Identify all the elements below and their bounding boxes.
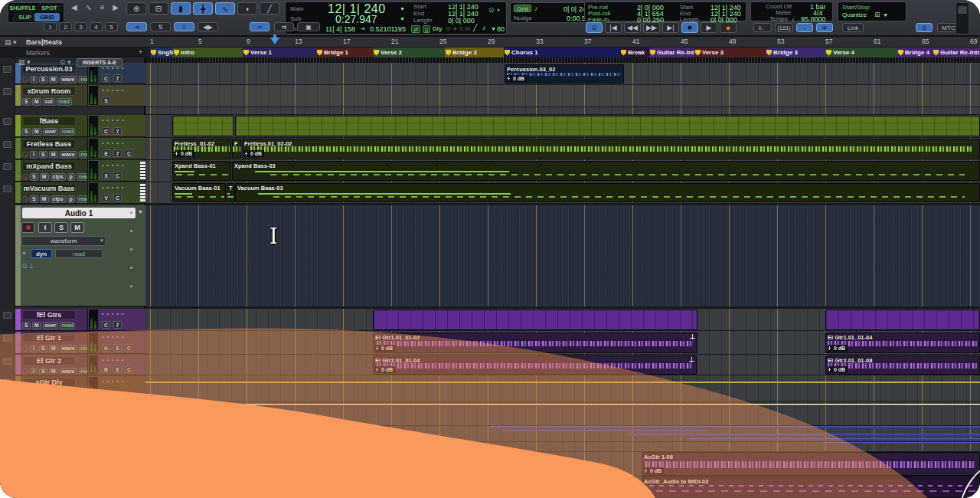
pencil-mode-icon[interactable]: ╱ xyxy=(473,24,477,31)
note-value-icon[interactable]: ♪ xyxy=(482,24,486,31)
zoom-preset-2[interactable]: 2 xyxy=(59,22,72,31)
track-header-mvacuum-baas[interactable]: mVacuum BaasSMclpspread•••••VC xyxy=(15,182,145,204)
edit-mode-grid[interactable]: GRID xyxy=(34,13,60,21)
marker-bridge-4[interactable]: Bridge 4 xyxy=(897,48,933,57)
track-view-selector[interactable]: vol xyxy=(43,98,55,106)
mute-button[interactable]: M xyxy=(32,98,41,106)
grid-note-icon[interactable]: ♪ xyxy=(534,5,538,12)
solo-button[interactable]: S xyxy=(39,151,47,159)
marker-sngstr[interactable]: SngStr xyxy=(150,48,173,57)
record-enable-button[interactable] xyxy=(22,77,28,83)
record-button[interactable]: ● xyxy=(720,22,737,33)
add-marker-button[interactable]: + xyxy=(139,48,142,56)
sub-counter-value[interactable]: 0:27.947 xyxy=(335,13,377,25)
workspace-icons[interactable]: ⊙ ⟂ xyxy=(21,262,34,270)
track-header-fretless-bass[interactable]: Fretless BassISMwaveread•••••E7C xyxy=(15,138,145,159)
tempo-ramp-button[interactable]: → xyxy=(796,23,813,32)
trim-tool[interactable]: ⊟ xyxy=(149,2,168,15)
bars-beats-ruler[interactable]: ▤ ▾ Bars|Beats 1591317212529333741454953… xyxy=(0,37,980,48)
return-to-zero-button[interactable]: |◀ xyxy=(605,22,622,33)
solo-button[interactable]: S xyxy=(22,98,31,106)
track-header-el-gtr-2[interactable]: El Gtr 2ISMwaveread•••••BEC xyxy=(15,355,145,375)
link-timeline-edit[interactable]: ∞ xyxy=(250,22,270,31)
edit-insertion-icon[interactable]: ▯ xyxy=(423,25,430,33)
play-button[interactable]: ▶ xyxy=(701,22,717,33)
clip-gain-badge[interactable]: 0 dB xyxy=(175,150,194,157)
track-view-selector[interactable]: over xyxy=(43,322,59,329)
track-view-selector[interactable]: wave xyxy=(60,345,77,352)
marker-bridge-1[interactable]: Bridge 1 xyxy=(316,48,373,57)
marker-verse-4[interactable]: Verse 4 xyxy=(825,48,897,57)
playhead-marker[interactable] xyxy=(270,38,279,44)
marker-guitar-re-intro[interactable]: Guitar Re-Intro xyxy=(649,48,694,57)
track-view-selector[interactable]: waveform xyxy=(21,236,106,246)
clip-el-gtr1-01-01-02[interactable]: El Gtr1.01_01-020 dB xyxy=(373,333,697,353)
toolbar-zoom-slider[interactable] xyxy=(956,2,969,34)
quantize-grid-icon[interactable]: ⊞ xyxy=(874,11,880,18)
solo-button[interactable]: S xyxy=(39,345,47,352)
clip-percussion-03-02[interactable]: Percussion.03_020 dB xyxy=(505,64,624,84)
track-side-icon[interactable] xyxy=(3,118,11,125)
io-chip-c[interactable]: C xyxy=(102,127,110,135)
clip-fp[interactable] xyxy=(373,310,697,330)
record-enable-button[interactable] xyxy=(22,174,28,180)
link-button[interactable]: Link xyxy=(842,23,864,32)
count-in-button[interactable]: (1Δ1) xyxy=(775,23,793,32)
marker-break[interactable]: Break xyxy=(620,48,649,57)
io-chip-e[interactable]: E xyxy=(113,365,122,373)
track-side-icon[interactable] xyxy=(3,66,11,73)
io-chip-7[interactable]: 7 xyxy=(113,127,122,135)
track-side-icon[interactable] xyxy=(3,185,11,192)
edit-mode-shuffle[interactable]: SHUFFLE xyxy=(10,4,35,12)
track-list-menu-icon[interactable]: ▥ ▾ xyxy=(18,58,31,66)
io-chip-c[interactable]: C xyxy=(125,149,133,157)
io-chip-7[interactable]: 7 xyxy=(113,149,122,157)
io-chip-e[interactable]: E xyxy=(102,149,110,157)
main-counter-caret[interactable]: ▼ xyxy=(400,6,405,11)
marker-chorus-1[interactable]: Chorus 1 xyxy=(504,48,620,57)
marker-verse-3[interactable]: Verse 3 xyxy=(694,48,766,57)
grid-label[interactable]: Grid xyxy=(514,5,531,12)
metronome-button[interactable]: ‖♩ xyxy=(753,23,772,32)
conductor-button[interactable]: Ψ xyxy=(816,23,833,32)
track-header-el-gtr-1[interactable]: El Gtr 1ISMwaveread•••••GEC xyxy=(15,332,145,354)
io-chip-c[interactable]: C xyxy=(125,344,133,352)
track-name[interactable]: Audio 1 xyxy=(22,208,136,218)
track-view-selector[interactable]: over xyxy=(43,128,59,136)
fast-forward-button[interactable]: ▶▶ xyxy=(643,22,660,33)
clip-xpand-bass-03[interactable]: Xpand Bass-03 xyxy=(232,161,980,181)
solo-button[interactable]: S xyxy=(30,195,38,203)
mute-button[interactable]: M xyxy=(49,345,58,352)
automation-mode-button[interactable]: read xyxy=(57,98,72,106)
mute-button[interactable]: M xyxy=(32,128,41,136)
marker-intro[interactable]: Intro xyxy=(173,48,243,57)
online-button[interactable]: ⊙ xyxy=(586,22,603,33)
record-enable-button[interactable] xyxy=(22,346,28,352)
input-monitor-button[interactable]: I xyxy=(30,345,38,352)
clip-vacuum-baas-01[interactable]: Vacuum Baas-01 xyxy=(172,183,226,202)
audition-tool[interactable]: ◖ xyxy=(237,2,257,15)
clip-gain-badge[interactable]: 0 dB xyxy=(375,345,395,352)
ruler-menu-icon[interactable]: ▤ ▾ xyxy=(5,38,17,46)
mute-button[interactable]: M xyxy=(32,322,41,329)
sync-clock-button[interactable]: ⊙ xyxy=(916,23,933,32)
clip-t[interactable]: T xyxy=(227,183,235,202)
clip-fg[interactable] xyxy=(172,116,234,136)
track-header-audio-1[interactable]: Audio 1▼ISMwaveform▼dyn∗read⊙ ⟂ xyxy=(15,205,145,306)
clip-fp[interactable] xyxy=(825,310,980,330)
track-view-selector[interactable]: clps xyxy=(51,173,66,181)
zoom-preset-4[interactable]: 4 xyxy=(90,22,103,31)
track-side-icon[interactable] xyxy=(3,163,11,170)
mute-button[interactable]: M xyxy=(40,173,49,181)
mute-button[interactable]: M xyxy=(40,195,49,203)
automation-mode-button[interactable]: read xyxy=(60,128,75,136)
clip-acgtr-1-06[interactable]: AcGtr 1-060 dB xyxy=(642,452,980,476)
tempo-row-value[interactable]: 95.0000 xyxy=(801,15,826,23)
io-chip-c[interactable]: C xyxy=(113,194,122,201)
track-extra-button[interactable]: p xyxy=(67,195,75,203)
dyn-button[interactable]: dyn xyxy=(31,249,52,258)
io-chip-c[interactable]: C xyxy=(113,172,122,179)
marker-verse-1[interactable]: Verse 1 xyxy=(243,48,316,57)
timeline-insertion-icon[interactable]: ⇄ xyxy=(411,25,420,33)
zoom-preset-1[interactable]: 1 xyxy=(44,22,57,31)
